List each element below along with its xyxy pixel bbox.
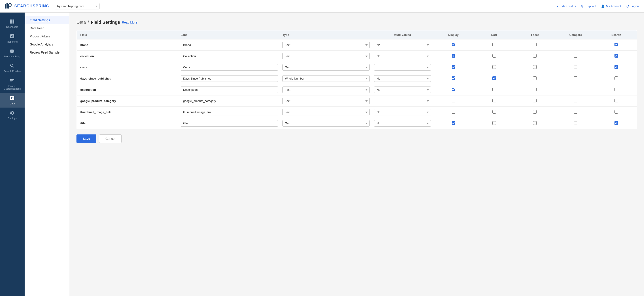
multi-valued-select[interactable]: No , Yes (374, 75, 431, 82)
multi-valued-select[interactable]: No , Yes (374, 109, 431, 115)
multi-valued-cell[interactable]: No , Yes (372, 51, 433, 62)
facet-checkbox[interactable] (533, 43, 537, 46)
sidebar-item-data[interactable]: Data (0, 93, 24, 107)
compare-checkbox[interactable] (574, 121, 577, 125)
search-cell[interactable] (596, 84, 636, 95)
sort-checkbox[interactable] (492, 65, 496, 69)
label-cell[interactable] (178, 73, 280, 84)
compare-cell[interactable] (555, 73, 596, 84)
type-cell[interactable]: TextWhole NumberDecimal NumberDateArray (280, 84, 372, 95)
sort-checkbox[interactable] (492, 76, 496, 80)
sort-checkbox[interactable] (492, 54, 496, 58)
display-checkbox[interactable] (452, 110, 455, 114)
index-status-link[interactable]: ● Index Status (556, 5, 576, 8)
display-checkbox[interactable] (452, 76, 455, 80)
label-cell[interactable] (178, 95, 280, 107)
facet-checkbox[interactable] (533, 99, 537, 102)
compare-cell[interactable] (555, 107, 596, 118)
multi-valued-cell[interactable]: No , Yes (372, 73, 433, 84)
compare-cell[interactable] (555, 39, 596, 51)
compare-cell[interactable] (555, 51, 596, 62)
search-cell[interactable] (596, 73, 636, 84)
sort-cell[interactable] (474, 84, 514, 95)
type-cell[interactable]: TextWhole NumberDecimal NumberDateArray (280, 73, 372, 84)
display-checkbox[interactable] (452, 99, 455, 102)
facet-cell[interactable] (514, 84, 555, 95)
display-cell[interactable] (433, 39, 474, 51)
sub-sidebar-item-review-feed[interactable]: Review Feed Sample (24, 48, 69, 56)
label-input[interactable] (181, 64, 278, 71)
sort-checkbox[interactable] (492, 99, 496, 102)
sort-cell[interactable] (474, 95, 514, 107)
sub-sidebar-item-product-filters[interactable]: Product Filters (24, 32, 69, 40)
facet-cell[interactable] (514, 51, 555, 62)
sub-sidebar-item-field-settings[interactable]: Field Settings (24, 16, 69, 24)
type-select[interactable]: TextWhole NumberDecimal NumberDateArray (282, 120, 370, 127)
display-cell[interactable] (433, 84, 474, 95)
sub-sidebar-item-data-feed[interactable]: Data Feed (24, 24, 69, 32)
compare-checkbox[interactable] (574, 65, 577, 69)
type-select[interactable]: TextWhole NumberDecimal NumberDateArray (282, 42, 370, 48)
display-checkbox[interactable] (452, 65, 455, 69)
multi-valued-select[interactable]: No , Yes (374, 98, 431, 104)
multi-valued-select[interactable]: No , Yes (374, 86, 431, 93)
facet-cell[interactable] (514, 73, 555, 84)
multi-valued-cell[interactable]: No , Yes (372, 118, 433, 129)
compare-checkbox[interactable] (574, 76, 577, 80)
search-checkbox[interactable] (614, 110, 618, 114)
compare-cell[interactable] (555, 84, 596, 95)
type-cell[interactable]: TextWhole NumberDecimal NumberDateArray (280, 118, 372, 129)
facet-checkbox[interactable] (533, 76, 537, 80)
sidebar-item-settings[interactable]: Settings (0, 107, 24, 122)
type-cell[interactable]: TextWhole NumberDecimal NumberDateArray (280, 107, 372, 118)
display-checkbox[interactable] (452, 54, 455, 58)
search-checkbox[interactable] (614, 121, 618, 125)
type-select[interactable]: TextWhole NumberDecimal NumberDateArray (282, 75, 370, 82)
type-cell[interactable]: TextWhole NumberDecimal NumberDateArray (280, 51, 372, 62)
search-checkbox[interactable] (614, 65, 618, 69)
type-select[interactable]: TextWhole NumberDecimal NumberDateArray (282, 53, 370, 59)
facet-checkbox[interactable] (533, 65, 537, 69)
search-checkbox[interactable] (614, 43, 618, 46)
search-cell[interactable] (596, 51, 636, 62)
facet-cell[interactable] (514, 62, 555, 73)
sort-cell[interactable] (474, 51, 514, 62)
multi-valued-cell[interactable]: No , Yes (372, 107, 433, 118)
support-link[interactable]: ⓘ Support (581, 4, 596, 8)
label-cell[interactable] (178, 118, 280, 129)
compare-checkbox[interactable] (574, 88, 577, 91)
search-cell[interactable] (596, 118, 636, 129)
sidebar-item-reporting[interactable]: Reporting (0, 31, 24, 46)
search-checkbox[interactable] (614, 54, 618, 58)
label-cell[interactable] (178, 39, 280, 51)
display-checkbox[interactable] (452, 121, 455, 125)
sidebar-item-merchandising[interactable]: Merchandising (0, 46, 24, 61)
facet-checkbox[interactable] (533, 110, 537, 114)
search-checkbox[interactable] (614, 76, 618, 80)
label-cell[interactable] (178, 107, 280, 118)
search-cell[interactable] (596, 107, 636, 118)
display-checkbox[interactable] (452, 43, 455, 46)
sub-sidebar-item-google-analytics[interactable]: Google Analytics (24, 40, 69, 48)
multi-valued-cell[interactable]: No , Yes (372, 95, 433, 107)
multi-valued-cell[interactable]: No , Yes (372, 39, 433, 51)
compare-checkbox[interactable] (574, 99, 577, 102)
compare-checkbox[interactable] (574, 110, 577, 114)
facet-cell[interactable] (514, 39, 555, 51)
display-cell[interactable] (433, 107, 474, 118)
type-cell[interactable]: TextWhole NumberDecimal NumberDateArray (280, 39, 372, 51)
type-cell[interactable]: TextWhole NumberDecimal NumberDateArray (280, 62, 372, 73)
compare-cell[interactable] (555, 95, 596, 107)
site-selector[interactable]: try.searchspring.com ▾ (55, 3, 100, 10)
display-cell[interactable] (433, 118, 474, 129)
label-cell[interactable] (178, 84, 280, 95)
search-checkbox[interactable] (614, 88, 618, 91)
label-input[interactable] (181, 86, 278, 93)
label-cell[interactable] (178, 51, 280, 62)
sort-cell[interactable] (474, 39, 514, 51)
sort-checkbox[interactable] (492, 110, 496, 114)
read-more-link[interactable]: Read More (122, 21, 137, 24)
multi-valued-cell[interactable]: No , Yes (372, 84, 433, 95)
multi-valued-select[interactable]: No , Yes (374, 64, 431, 71)
cancel-button[interactable]: Cancel (99, 134, 122, 143)
